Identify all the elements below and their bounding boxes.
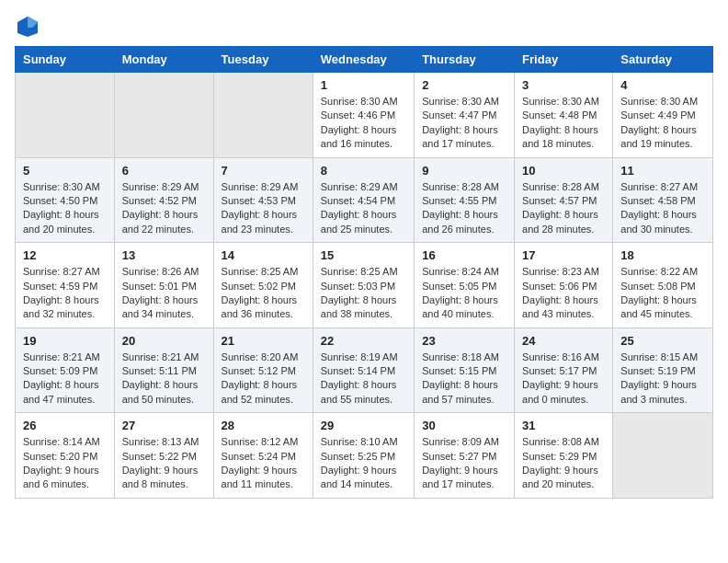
calendar-cell: 15Sunrise: 8:25 AM Sunset: 5:03 PM Dayli… [313,243,414,328]
day-info: Sunrise: 8:10 AM Sunset: 5:25 PM Dayligh… [321,435,406,492]
calendar-cell: 22Sunrise: 8:19 AM Sunset: 5:14 PM Dayli… [313,327,414,413]
day-number: 2 [422,78,506,92]
day-number: 27 [122,419,206,432]
day-number: 30 [422,419,506,432]
calendar-cell: 5Sunrise: 8:30 AM Sunset: 4:50 PM Daylig… [16,157,115,243]
day-info: Sunrise: 8:29 AM Sunset: 4:54 PM Dayligh… [321,180,406,237]
day-number: 16 [422,248,506,262]
calendar-cell [213,73,313,158]
calendar-cell: 13Sunrise: 8:26 AM Sunset: 5:01 PM Dayli… [114,243,213,328]
day-info: Sunrise: 8:08 AM Sunset: 5:29 PM Dayligh… [522,435,605,492]
day-info: Sunrise: 8:29 AM Sunset: 4:53 PM Dayligh… [222,180,305,237]
weekday-header-sunday: Sunday [16,47,115,73]
calendar-cell: 14Sunrise: 8:25 AM Sunset: 5:02 PM Dayli… [213,243,313,328]
day-info: Sunrise: 8:30 AM Sunset: 4:46 PM Dayligh… [321,95,406,152]
day-info: Sunrise: 8:22 AM Sunset: 5:08 PM Dayligh… [620,265,705,322]
day-number: 24 [522,334,605,348]
day-info: Sunrise: 8:23 AM Sunset: 5:06 PM Dayligh… [522,265,605,322]
calendar-week-row: 19Sunrise: 8:21 AM Sunset: 5:09 PM Dayli… [16,327,713,413]
calendar-week-row: 1Sunrise: 8:30 AM Sunset: 4:46 PM Daylig… [16,73,713,158]
day-info: Sunrise: 8:18 AM Sunset: 5:15 PM Dayligh… [422,350,506,408]
page-header [15,15,713,37]
day-number: 13 [122,248,206,262]
day-info: Sunrise: 8:09 AM Sunset: 5:27 PM Dayligh… [422,435,506,492]
calendar-cell: 31Sunrise: 8:08 AM Sunset: 5:29 PM Dayli… [515,413,613,499]
day-info: Sunrise: 8:26 AM Sunset: 5:01 PM Dayligh… [122,265,206,322]
day-info: Sunrise: 8:27 AM Sunset: 4:58 PM Dayligh… [620,180,705,237]
day-number: 29 [321,419,406,432]
day-info: Sunrise: 8:27 AM Sunset: 4:59 PM Dayligh… [23,265,107,322]
day-info: Sunrise: 8:19 AM Sunset: 5:14 PM Dayligh… [321,350,406,408]
calendar-cell [613,413,713,499]
calendar-cell: 9Sunrise: 8:28 AM Sunset: 4:55 PM Daylig… [415,157,515,243]
day-number: 4 [620,78,705,92]
day-number: 6 [122,164,206,178]
day-info: Sunrise: 8:30 AM Sunset: 4:49 PM Dayligh… [620,95,705,152]
weekday-header-tuesday: Tuesday [213,47,313,73]
calendar-cell: 19Sunrise: 8:21 AM Sunset: 5:09 PM Dayli… [16,327,115,413]
calendar-table: SundayMondayTuesdayWednesdayThursdayFrid… [15,46,713,499]
day-number: 11 [620,164,705,178]
calendar-cell: 23Sunrise: 8:18 AM Sunset: 5:15 PM Dayli… [415,327,515,413]
calendar-cell: 26Sunrise: 8:14 AM Sunset: 5:20 PM Dayli… [16,413,115,499]
calendar-cell: 18Sunrise: 8:22 AM Sunset: 5:08 PM Dayli… [613,243,713,328]
calendar-cell: 27Sunrise: 8:13 AM Sunset: 5:22 PM Dayli… [114,413,213,499]
calendar-week-row: 26Sunrise: 8:14 AM Sunset: 5:20 PM Dayli… [16,413,713,499]
weekday-header-thursday: Thursday [415,47,515,73]
calendar-cell: 2Sunrise: 8:30 AM Sunset: 4:47 PM Daylig… [415,73,515,158]
day-number: 22 [321,334,406,348]
day-info: Sunrise: 8:30 AM Sunset: 4:50 PM Dayligh… [23,180,107,237]
day-info: Sunrise: 8:25 AM Sunset: 5:02 PM Dayligh… [222,265,305,322]
day-info: Sunrise: 8:25 AM Sunset: 5:03 PM Dayligh… [321,265,406,322]
calendar-cell: 16Sunrise: 8:24 AM Sunset: 5:05 PM Dayli… [415,243,515,328]
day-number: 9 [422,164,506,178]
weekday-header-saturday: Saturday [613,47,713,73]
calendar-cell: 30Sunrise: 8:09 AM Sunset: 5:27 PM Dayli… [415,413,515,499]
day-number: 15 [321,248,406,262]
calendar-cell: 7Sunrise: 8:29 AM Sunset: 4:53 PM Daylig… [213,157,313,243]
calendar-cell: 8Sunrise: 8:29 AM Sunset: 4:54 PM Daylig… [313,157,414,243]
logo-flag-icon [16,15,40,39]
day-number: 21 [222,334,305,348]
calendar-cell: 25Sunrise: 8:15 AM Sunset: 5:19 PM Dayli… [613,327,713,413]
day-info: Sunrise: 8:28 AM Sunset: 4:55 PM Dayligh… [422,180,506,237]
day-number: 7 [222,164,305,178]
day-info: Sunrise: 8:20 AM Sunset: 5:12 PM Dayligh… [222,350,305,408]
day-info: Sunrise: 8:29 AM Sunset: 4:52 PM Dayligh… [122,180,206,237]
calendar-cell: 24Sunrise: 8:16 AM Sunset: 5:17 PM Dayli… [515,327,613,413]
weekday-header-wednesday: Wednesday [313,47,414,73]
weekday-header-friday: Friday [515,47,613,73]
day-info: Sunrise: 8:24 AM Sunset: 5:05 PM Dayligh… [422,265,506,322]
calendar-cell: 28Sunrise: 8:12 AM Sunset: 5:24 PM Dayli… [213,413,313,499]
day-number: 19 [23,334,107,348]
calendar-cell: 12Sunrise: 8:27 AM Sunset: 4:59 PM Dayli… [16,243,115,328]
day-number: 25 [620,334,705,348]
day-info: Sunrise: 8:21 AM Sunset: 5:11 PM Dayligh… [122,350,206,408]
calendar-header-row: SundayMondayTuesdayWednesdayThursdayFrid… [16,47,713,73]
day-info: Sunrise: 8:13 AM Sunset: 5:22 PM Dayligh… [122,435,206,492]
day-info: Sunrise: 8:15 AM Sunset: 5:19 PM Dayligh… [620,350,705,408]
day-number: 28 [222,419,305,432]
day-number: 3 [522,78,605,92]
calendar-cell: 29Sunrise: 8:10 AM Sunset: 5:25 PM Dayli… [313,413,414,499]
day-info: Sunrise: 8:16 AM Sunset: 5:17 PM Dayligh… [522,350,605,408]
calendar-cell: 17Sunrise: 8:23 AM Sunset: 5:06 PM Dayli… [515,243,613,328]
day-number: 14 [222,248,305,262]
day-number: 31 [522,419,605,432]
day-number: 26 [23,419,107,432]
day-number: 1 [321,78,406,92]
day-number: 20 [122,334,206,348]
calendar-cell: 21Sunrise: 8:20 AM Sunset: 5:12 PM Dayli… [213,327,313,413]
day-info: Sunrise: 8:30 AM Sunset: 4:47 PM Dayligh… [422,95,506,152]
day-number: 5 [23,164,107,178]
day-number: 23 [422,334,506,348]
calendar-cell: 6Sunrise: 8:29 AM Sunset: 4:52 PM Daylig… [114,157,213,243]
calendar-week-row: 12Sunrise: 8:27 AM Sunset: 4:59 PM Dayli… [16,243,713,328]
day-number: 8 [321,164,406,178]
day-info: Sunrise: 8:12 AM Sunset: 5:24 PM Dayligh… [222,435,305,492]
day-number: 18 [620,248,705,262]
day-info: Sunrise: 8:30 AM Sunset: 4:48 PM Dayligh… [522,95,605,152]
weekday-header-monday: Monday [114,47,213,73]
calendar-cell: 1Sunrise: 8:30 AM Sunset: 4:46 PM Daylig… [313,73,414,158]
calendar-cell: 11Sunrise: 8:27 AM Sunset: 4:58 PM Dayli… [613,157,713,243]
